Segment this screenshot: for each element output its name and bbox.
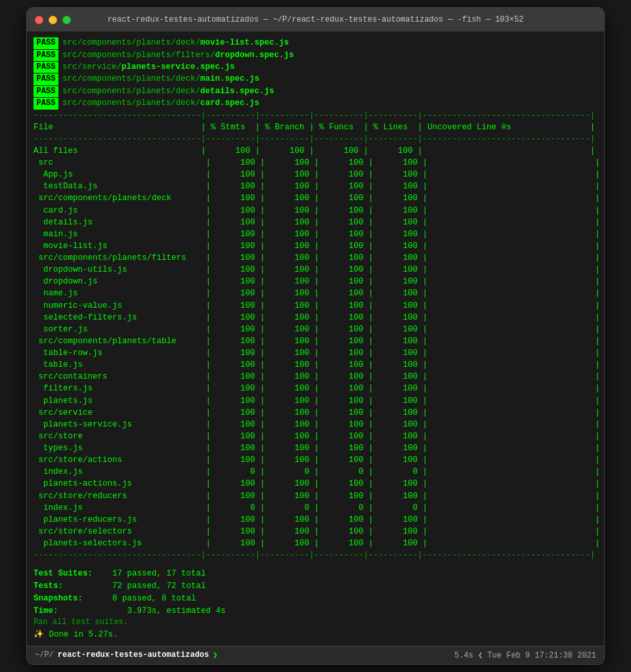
summary-time: Time: 3.973s, estimated 4s [33,605,598,618]
table-row: All files | 100 | 100 | 100 | 100 | | [33,145,598,157]
pass-filename: details.spec.js [200,87,274,96]
titlebar: react-redux-testes-automatizados — ~/P/r… [27,8,604,32]
pass-path: src/components/planets/deck/details.spec… [62,85,274,97]
pass-badge: PASS [33,86,58,97]
time-label: Time: [33,606,58,616]
pass-filename: card.spec.js [200,98,259,108]
table-row: planets-reducers.js | 100 | 100 | 100 | … [33,514,598,526]
terminal-content: PASS src/components/planets/deck/movie-l… [27,32,604,646]
pass-filename: main.spec.js [200,74,259,83]
table-row: src/containers | 100 | 100 | 100 | 100 |… [33,371,598,383]
table-row: src/store | 100 | 100 | 100 | 100 | | [33,430,598,442]
summary-tests: Tests: 72 passed, 72 total [33,580,598,593]
table-row: filters.js | 100 | 100 | 100 | 100 | | [33,383,598,394]
pass-path: src/components/planets/deck/card.spec.js [62,97,259,109]
table-row: src/service | 100 | 100 | 100 | 100 | | [33,407,598,419]
table-row: src/store/actions | 100 | 100 | 100 | 10… [33,454,598,466]
pass-badge: PASS [33,98,58,109]
table-row: numeric-value.js | 100 | 100 | 100 | 100… [33,300,598,312]
table-row: planets-selectors.js | 100 | 100 | 100 |… [33,537,598,549]
summary-test-suites: Test Suites: 17 passed, 17 total [33,568,598,580]
pass-line-1: PASS src/components/planets/deck/movie-l… [33,37,598,49]
close-button[interactable] [35,16,43,24]
pass-badge: PASS [33,74,58,85]
table-bottom-sep: ----------------------------------|-----… [33,549,598,561]
table-row: dropdown.js | 100 | 100 | 100 | 100 | | [33,276,598,287]
table-row: dropdown-utils.js | 100 | 100 | 100 | 10… [33,264,598,276]
ran-all-text: Ran all test suites. [33,617,598,628]
tests-value: 72 passed, 72 total [112,581,206,591]
table-row: table-row.js | 100 | 100 | 100 | 100 | | [33,347,598,359]
pass-line-5: PASS src/components/planets/deck/details… [33,85,598,97]
table-row: planets-actions.js | 100 | 100 | 100 | 1… [33,478,598,490]
table-row: index.js | 0 | 0 | 0 | 0 | | [33,502,598,514]
table-row: src | 100 | 100 | 100 | 100 | | [33,157,598,169]
table-row: planets.js | 100 | 100 | 100 | 100 | | [33,395,598,407]
pass-filename: dropdown.spec.js [215,51,294,60]
pass-line-3: PASS src/service/planets-service.spec.js [33,61,598,73]
pass-filename: movie-list.spec.js [200,38,289,47]
table-row: planets-service.js | 100 | 100 | 100 | 1… [33,419,598,430]
table-top-sep: ----------------------------------|-----… [33,110,598,121]
table-row: table.js | 100 | 100 | 100 | 100 | | [33,359,598,371]
table-row: types.js | 100 | 100 | 100 | 100 | | [33,442,598,454]
table-row: main.js | 100 | 100 | 100 | 100 | | [33,228,598,240]
snapshots-value: 8 passed, 8 total [112,594,196,603]
coverage-table: ----------------------------------|-----… [33,110,598,562]
pass-path: src/components/planets/deck/movie-list.s… [62,37,289,49]
table-row: sorter.js | 100 | 100 | 100 | 100 | | [33,324,598,335]
statusbar-path-bold: react-redux-testes-automatizados [58,650,209,660]
terminal-window: react-redux-testes-automatizados — ~/P/r… [26,7,605,665]
fullscreen-button[interactable] [62,16,71,24]
done-text: ✨ Done in 5.27s. [33,629,598,640]
statusbar-arrow-icon: ❯ [213,650,217,660]
pass-filename: planets-service.spec.js [121,62,235,72]
table-row: src/components/planets/table | 100 | 100… [33,335,598,347]
statusbar-path-prefix: ~/P/ [35,650,54,660]
table-row: selected-filters.js | 100 | 100 | 100 | … [33,312,598,324]
table-row: src/store/reducers | 100 | 100 | 100 | 1… [33,490,598,502]
pass-badge: PASS [33,37,58,49]
table-row: testData.js | 100 | 100 | 100 | 100 | | [33,180,598,192]
statusbar-left: ~/P/react-redux-testes-automatizados ❯ [35,650,217,660]
table-row: App.js | 100 | 100 | 100 | 100 | | [33,169,598,180]
table-row: src/components/planets/filters | 100 | 1… [33,252,598,264]
pass-line-6: PASS src/components/planets/deck/card.sp… [33,97,598,109]
time-value: 3.973s, estimated 4s [127,606,226,616]
test-suites-value: 17 passed, 17 total [112,569,206,578]
test-suites-label: Test Suites: [33,569,93,578]
table-row: src/store/selectors | 100 | 100 | 100 | … [33,526,598,537]
table-row: card.js | 100 | 100 | 100 | 100 | | [33,205,598,217]
pass-path: src/components/planets/deck/main.spec.js [62,73,259,85]
statusbar-right: 5.4s ❮ Tue Feb 9 17:21:38 2021 [454,650,596,660]
snapshots-label: Snapshots: [33,594,83,603]
pass-path: src/service/planets-service.spec.js [62,61,235,73]
table-row: index.js | 0 | 0 | 0 | 0 | | [33,466,598,478]
tests-label: Tests: [33,581,63,591]
table-header: File | % Stmts | % Branch | % Funcs | % … [33,121,598,133]
pass-line-2: PASS src/components/planets/filters/drop… [33,49,598,61]
table-row: movie-list.js | 100 | 100 | 100 | 100 | … [33,240,598,252]
pass-badge: PASS [33,62,58,73]
pass-path: src/components/planets/filters/dropdown.… [62,49,294,61]
table-header-sep: ----------------------------------|-----… [33,133,598,145]
summary-section: Test Suites: 17 passed, 17 total Tests: … [33,565,598,640]
statusbar: ~/P/react-redux-testes-automatizados ❯ 5… [27,646,604,664]
minimize-button[interactable] [49,16,57,24]
table-row: name.js | 100 | 100 | 100 | 100 | | [33,287,598,299]
table-row: details.js | 100 | 100 | 100 | 100 | | [33,217,598,228]
table-row: src/components/planets/deck | 100 | 100 … [33,192,598,204]
window-title: react-redux-testes-automatizados — ~/P/r… [108,15,524,24]
pass-lines: PASS src/components/planets/deck/movie-l… [33,37,598,109]
summary-snapshots: Snapshots: 8 passed, 8 total [33,593,598,605]
pass-badge: PASS [33,50,58,61]
pass-line-4: PASS src/components/planets/deck/main.sp… [33,73,598,85]
